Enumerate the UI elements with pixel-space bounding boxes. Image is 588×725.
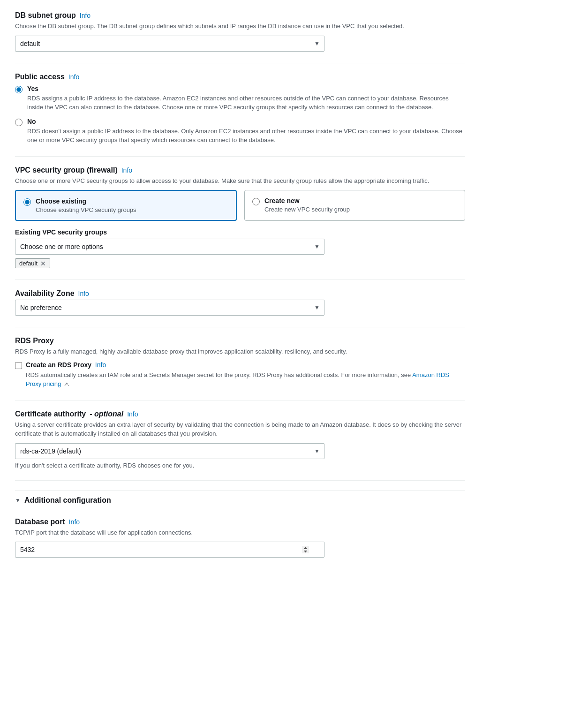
vpc-security-group-description: Choose one or more VPC security groups t… (15, 176, 465, 186)
db-subnet-group-title: DB subnet group Info (15, 11, 465, 20)
default-tag-close[interactable]: ✕ (40, 260, 46, 267)
rds-proxy-checkbox-desc: RDS automatically creates an IAM role an… (26, 370, 465, 389)
vpc-sg-tags: default ✕ (15, 258, 465, 268)
availability-zone-select[interactable]: No preference (15, 300, 324, 316)
availability-zone-title: Availability Zone Info (15, 289, 465, 298)
public-access-info-link[interactable]: Info (68, 73, 79, 81)
rds-proxy-description: RDS Proxy is a fully managed, highly ava… (15, 347, 465, 356)
vpc-security-group-cards: Choose existing Choose existing VPC secu… (15, 190, 465, 221)
public-access-yes-option: Yes RDS assigns a public IP address to t… (15, 85, 465, 112)
rds-proxy-info-link[interactable]: Info (95, 361, 106, 369)
database-port-info-link[interactable]: Info (69, 518, 80, 526)
existing-vpc-sg-label: Existing VPC security groups (15, 228, 465, 236)
divider-1 (15, 63, 465, 63)
public-access-yes-radio[interactable] (15, 86, 23, 93)
additional-config-label: Additional configuration (24, 496, 111, 505)
db-subnet-group-description: Choose the DB subnet group. The DB subne… (15, 22, 465, 31)
divider-4 (15, 327, 465, 327)
db-subnet-group-info-link[interactable]: Info (80, 12, 90, 19)
rds-proxy-section: RDS Proxy RDS Proxy is a fully managed, … (15, 337, 465, 389)
rds-proxy-title: RDS Proxy (15, 337, 465, 345)
certificate-authority-title: Certificate authority - optional Info (15, 410, 465, 418)
rds-proxy-checkbox-label: Create an RDS Proxy Info (26, 361, 106, 369)
certificate-authority-select[interactable]: rds-ca-2019 (default) (15, 443, 324, 459)
rds-proxy-checkbox[interactable] (15, 362, 22, 369)
create-new-card[interactable]: Create new Create new VPC security group (244, 190, 465, 221)
certificate-authority-section: Certificate authority - optional Info Us… (15, 410, 465, 469)
default-tag: default ✕ (15, 258, 50, 268)
availability-zone-section: Availability Zone Info No preference ▼ (15, 289, 465, 316)
public-access-no-radio[interactable] (15, 119, 23, 126)
default-tag-label: default (19, 260, 38, 267)
rds-proxy-checkbox-content: Create an RDS Proxy Info RDS automatical… (26, 361, 465, 389)
create-new-radio[interactable] (252, 198, 260, 205)
divider-3 (15, 279, 465, 280)
db-subnet-group-section: DB subnet group Info Choose the DB subne… (15, 11, 465, 52)
existing-vpc-sg-select-wrapper: Choose one or more options ▼ (15, 239, 324, 255)
divider-6 (15, 480, 465, 481)
public-access-no-content: No RDS doesn't assign a public IP addres… (27, 118, 465, 145)
certificate-authority-optional: - optional (90, 410, 123, 418)
choose-existing-content: Choose existing Choose existing VPC secu… (36, 197, 136, 213)
certificate-authority-note: If you don't select a certificate author… (15, 462, 465, 469)
create-new-desc: Create new VPC security group (264, 206, 350, 213)
availability-zone-select-wrapper: No preference ▼ (15, 300, 324, 316)
db-subnet-group-select-wrapper: default ▼ (15, 36, 324, 52)
public-access-yes-label: Yes (27, 85, 465, 92)
additional-config-chevron: ▼ (15, 497, 21, 504)
db-subnet-group-select[interactable]: default (15, 36, 324, 52)
public-access-title: Public access Info (15, 73, 465, 81)
rds-proxy-checkbox-row: Create an RDS Proxy Info RDS automatical… (15, 361, 465, 389)
vpc-security-group-info-link[interactable]: Info (121, 166, 132, 174)
public-access-yes-content: Yes RDS assigns a public IP address to t… (27, 85, 465, 112)
public-access-section: Public access Info Yes RDS assigns a pub… (15, 73, 465, 145)
certificate-authority-select-wrapper: rds-ca-2019 (default) ▼ (15, 443, 324, 459)
choose-existing-radio[interactable] (23, 198, 31, 206)
database-port-title: Database port Info (15, 518, 465, 526)
certificate-authority-description: Using a server certificate provides an e… (15, 420, 465, 438)
external-link-icon: ↗ (64, 381, 68, 387)
choose-existing-card[interactable]: Choose existing Choose existing VPC secu… (15, 190, 237, 221)
vpc-security-group-section: VPC security group (firewall) Info Choos… (15, 166, 465, 269)
database-port-input-wrapper (15, 542, 324, 558)
additional-config-header[interactable]: ▼ Additional configuration (15, 490, 465, 510)
vpc-security-group-title: VPC security group (firewall) Info (15, 166, 465, 174)
choose-existing-desc: Choose existing VPC security groups (36, 206, 136, 213)
public-access-radio-group: Yes RDS assigns a public IP address to t… (15, 85, 465, 145)
public-access-no-option: No RDS doesn't assign a public IP addres… (15, 118, 465, 145)
database-port-section: Database port Info TCP/IP port that the … (15, 518, 465, 558)
certificate-authority-info-link[interactable]: Info (127, 410, 138, 418)
choose-existing-title: Choose existing (36, 197, 136, 205)
existing-vpc-sg-select[interactable]: Choose one or more options (15, 239, 324, 255)
availability-zone-info-link[interactable]: Info (78, 290, 89, 297)
create-new-content: Create new Create new VPC security group (264, 197, 350, 213)
divider-5 (15, 400, 465, 400)
database-port-description: TCP/IP port that the database will use f… (15, 528, 465, 537)
database-port-input[interactable] (15, 542, 324, 558)
public-access-no-label: No (27, 118, 465, 125)
public-access-no-desc: RDS doesn't assign a public IP address t… (27, 127, 465, 145)
create-new-title: Create new (264, 197, 350, 204)
public-access-yes-desc: RDS assigns a public IP address to the d… (27, 94, 465, 112)
divider-2 (15, 156, 465, 157)
